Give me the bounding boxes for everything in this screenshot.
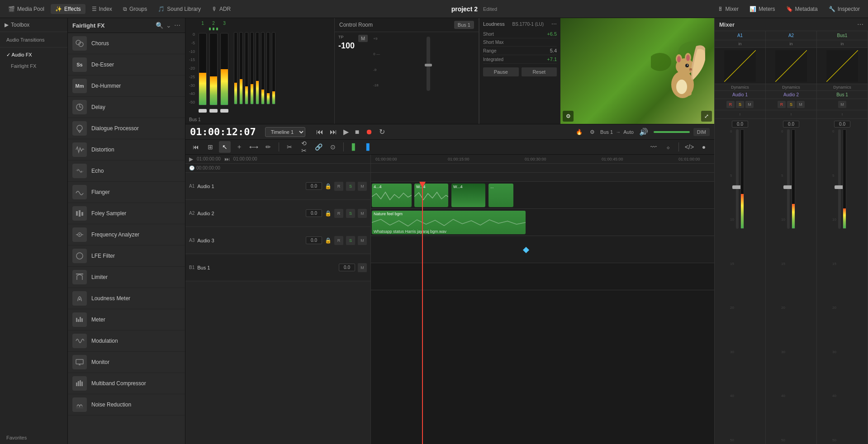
track-s-a1[interactable]: S — [346, 182, 355, 191]
transport-skip-back[interactable]: ⏮ — [314, 127, 325, 137]
nav-effects[interactable]: ✨ Effects — [51, 4, 85, 14]
fader-handle-1[interactable] — [199, 109, 207, 113]
fader-meter-8[interactable] — [256, 32, 259, 104]
fx-menu-button[interactable]: ⋯ — [174, 22, 180, 29]
fx-search-button[interactable]: 🔍 — [156, 22, 163, 29]
cr-slider-thumb[interactable] — [425, 64, 432, 66]
transport-record[interactable]: ⏺ — [364, 127, 375, 137]
fader-handle-2[interactable] — [209, 109, 218, 113]
track-s-a2[interactable]: S — [346, 209, 355, 218]
toolbox-fairlight-fx[interactable]: Fairlight FX — [0, 61, 67, 71]
fader-meter-3[interactable] — [220, 33, 228, 105]
mixer-menu-button[interactable]: ⋯ — [857, 21, 863, 28]
clip-a1-1[interactable]: 4...4 — [372, 184, 412, 207]
cr-volume-slider[interactable] — [427, 37, 430, 91]
transport-loop[interactable]: ↻ — [377, 127, 387, 137]
fx-item-foley-sampler[interactable]: Foley Sampler — [68, 203, 185, 224]
fx-item-delay[interactable]: Delay — [68, 97, 185, 118]
nav-index[interactable]: ☰ Index — [87, 4, 117, 14]
fader-meter-9[interactable] — [261, 32, 265, 104]
toolbox-audio-fx[interactable]: ✓ Audio FX — [0, 49, 67, 61]
tl-btn-edit[interactable]: ✏ — [262, 141, 274, 153]
tl-btn-waveform[interactable]: 〰 — [648, 141, 659, 153]
fx-item-dialogue[interactable]: Dialogue Processor — [68, 118, 185, 139]
track-vol-a3[interactable] — [306, 236, 322, 244]
transport-skip-forward[interactable]: ⏭ — [328, 127, 339, 137]
fx-item-distortion[interactable]: Distortion — [68, 139, 185, 161]
fader-meter-7[interactable] — [250, 32, 254, 104]
fx-item-multiband[interactable]: Multiband Compressor — [68, 373, 185, 394]
loudness-menu-btn[interactable]: ⋯ — [551, 21, 557, 27]
nav-sound-library[interactable]: 🎵 Sound Library — [153, 4, 205, 14]
fader-handle-3[interactable] — [220, 109, 228, 113]
nav-media-pool[interactable]: 🎬 Media Pool — [4, 4, 49, 14]
track-r-a2[interactable]: R — [334, 209, 343, 218]
fx-item-de-esser[interactable]: Ss De-Esser — [68, 54, 185, 76]
tl-btn-snapshot[interactable]: ⊙ — [327, 141, 339, 153]
nav-inspector[interactable]: 🔧 Inspector — [824, 4, 864, 14]
track-m-a3[interactable]: M — [358, 236, 367, 245]
fx-item-loudness-meter[interactable]: Loudness Meter — [68, 288, 185, 309]
tl-btn-dot[interactable]: ● — [698, 141, 710, 153]
fx-item-freq-analyzer[interactable]: Frequency Analyzer — [68, 224, 185, 246]
track-vol-a2[interactable] — [306, 209, 322, 217]
track-lock-a2[interactable]: 🔒 — [325, 210, 332, 217]
fx-item-chorus[interactable]: Chorus — [68, 33, 185, 54]
fader-meter-6[interactable] — [245, 32, 248, 104]
track-s-a3[interactable]: S — [346, 236, 355, 245]
mixer-fader-track-a2[interactable] — [787, 129, 790, 229]
fader-meter-4[interactable] — [234, 32, 237, 104]
track-header-play-btn[interactable]: ▶ — [189, 156, 193, 162]
loudness-pause-button[interactable]: Pause — [483, 67, 519, 76]
tl-btn-adjust[interactable]: ⬦ — [662, 141, 674, 153]
mixer-m-a1[interactable]: M — [745, 101, 754, 108]
nav-metadata[interactable]: 🔖 Metadata — [782, 4, 822, 14]
mixer-r-a2[interactable]: R — [778, 101, 786, 108]
track-r-a1[interactable]: R — [334, 182, 343, 191]
dim-button[interactable]: DIM — [693, 128, 710, 136]
volume-slider[interactable] — [654, 131, 690, 133]
timeline-selector[interactable]: Timeline 1 — [265, 127, 305, 137]
fader-meter-10[interactable] — [266, 32, 270, 104]
fx-item-noise-reduction[interactable]: Noise Reduction — [68, 394, 185, 416]
nav-groups[interactable]: ⧉ Groups — [119, 4, 152, 14]
fx-item-lfe-filter[interactable]: LFE Filter — [68, 246, 185, 267]
nav-meters[interactable]: 📊 Meters — [745, 4, 780, 14]
tl-btn-add[interactable]: ＋ — [233, 141, 245, 153]
fader-meter-1[interactable] — [199, 33, 207, 105]
fx-item-limiter[interactable]: Limiter — [68, 267, 185, 288]
transport-stop[interactable]: ■ — [353, 127, 361, 137]
tl-btn-color-1[interactable]: ▋ — [348, 141, 360, 153]
volume-icon-button[interactable]: 🔊 — [637, 127, 650, 137]
mixer-fader-track-a1[interactable] — [736, 129, 739, 229]
fx-sort-button[interactable]: ⌄ — [166, 22, 171, 29]
fx-item-modulation[interactable]: Modulation — [68, 331, 185, 352]
fx-item-echo[interactable]: Echo — [68, 161, 185, 182]
mixer-s-a2[interactable]: S — [787, 101, 795, 108]
control-room-bus[interactable]: Bus 1 — [454, 21, 474, 29]
tl-btn-link[interactable]: 🔗 — [313, 141, 324, 153]
fx-item-de-hummer[interactable]: Mm De-Hummer — [68, 76, 185, 97]
toolbox-audio-transitions[interactable]: Audio Transitions — [0, 34, 67, 45]
fader-meter-11[interactable] — [272, 32, 275, 104]
loudness-reset-button[interactable]: Reset — [522, 67, 557, 76]
nav-adr[interactable]: 🎙 ADR — [207, 4, 235, 14]
track-r-a3[interactable]: R — [334, 236, 343, 245]
clip-a1-3[interactable]: W...4 — [451, 184, 485, 207]
track-m-a2[interactable]: M — [358, 209, 367, 218]
fader-meter-5[interactable] — [239, 32, 243, 104]
mixer-fader-track-bus1[interactable] — [838, 129, 841, 229]
clip-a1-2[interactable]: W...4 — [414, 184, 448, 207]
tl-btn-goto-start[interactable]: ⏮ — [190, 141, 202, 153]
transport-play[interactable]: ▶ — [342, 127, 351, 137]
cr-m-button[interactable]: M — [358, 35, 368, 42]
track-m-a1[interactable]: M — [358, 182, 367, 191]
track-lock-a1[interactable]: 🔒 — [325, 183, 332, 189]
transport-extra-1[interactable]: 🔥 — [574, 128, 584, 136]
fx-item-monitor[interactable]: Monitor — [68, 352, 185, 373]
track-header-end-btn[interactable]: ⏭ — [224, 156, 230, 162]
tl-btn-select[interactable]: ↖ — [219, 141, 231, 153]
fx-item-flanger[interactable]: Flanger — [68, 182, 185, 203]
clip-a2-1[interactable]: Nature feel bgm Whatsapp status Harris j… — [372, 211, 526, 234]
thumbnail-expand-button[interactable]: ⤢ — [701, 111, 712, 122]
